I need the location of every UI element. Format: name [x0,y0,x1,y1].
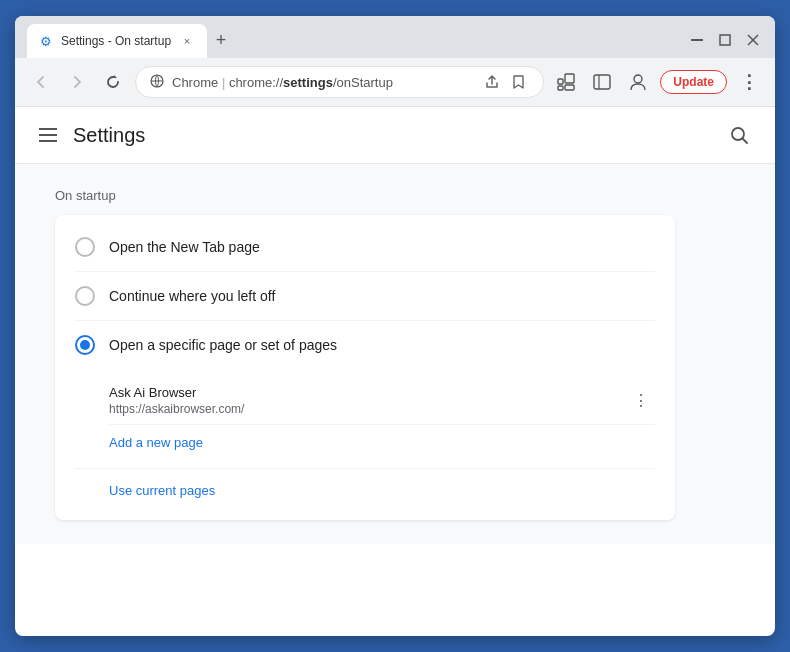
radio-new-tab[interactable] [75,237,95,257]
svg-rect-0 [691,39,703,41]
svg-rect-6 [558,79,563,84]
forward-button[interactable] [63,68,91,96]
site-icon [150,74,164,91]
bookmark-icon[interactable] [507,71,529,93]
chrome-menu-icon[interactable]: ⋮ [735,68,763,96]
settings-page: Settings On startup Open the New [15,107,775,544]
startup-page-name: Ask Ai Browser [109,385,244,400]
toolbar: Chrome | chrome://settings/onStartup [15,58,775,107]
startup-pages-section: Ask Ai Browser https://askaibrowser.com/… [55,369,675,468]
tab-title: Settings - On startup [61,34,171,48]
active-tab[interactable]: ⚙ Settings - On startup × [27,24,207,58]
option-continue-label: Continue where you left off [109,288,275,304]
settings-content: On startup Open the New Tab page [15,164,715,544]
minimize-icon[interactable] [687,30,707,50]
svg-line-14 [743,139,748,144]
browser-window: ⚙ Settings - On startup × + [15,16,775,636]
startup-page-info: Ask Ai Browser https://askaibrowser.com/ [109,385,244,416]
options-card: Open the New Tab page Continue where you… [55,215,675,520]
back-button[interactable] [27,68,55,96]
url-path: chrome://settings/onStartup [229,75,393,90]
use-current-pages-link[interactable]: Use current pages [109,473,655,508]
site-name: Chrome [172,75,218,90]
hamburger-menu-button[interactable] [35,124,61,146]
settings-header: Settings [15,107,775,164]
update-button[interactable]: Update [660,70,727,94]
startup-page-menu-button[interactable]: ⋮ [627,387,655,415]
tab-close-button[interactable]: × [179,33,195,49]
profile-icon[interactable] [624,68,652,96]
svg-point-12 [634,75,642,83]
svg-rect-10 [594,75,610,89]
share-icon[interactable] [481,71,503,93]
tab-favicon: ⚙ [39,34,53,48]
radio-continue[interactable] [75,286,95,306]
svg-rect-9 [558,86,563,90]
option-specific-pages-label: Open a specific page or set of pages [109,337,337,353]
refresh-button[interactable] [99,68,127,96]
startup-page-url: https://askaibrowser.com/ [109,402,244,416]
settings-search-button[interactable] [723,119,755,151]
startup-page-item: Ask Ai Browser https://askaibrowser.com/… [109,377,655,425]
sidebar-toggle-icon[interactable] [588,68,616,96]
title-bar: ⚙ Settings - On startup × + [15,16,775,58]
section-label: On startup [55,188,675,203]
option-new-tab[interactable]: Open the New Tab page [55,223,675,271]
radio-inner-dot [80,340,90,350]
option-continue[interactable]: Continue where you left off [55,272,675,320]
extensions-icon[interactable] [552,68,580,96]
settings-title: Settings [73,124,145,147]
option-new-tab-label: Open the New Tab page [109,239,260,255]
maximize-icon[interactable] [715,30,735,50]
address-bar-actions [481,71,529,93]
radio-specific-pages[interactable] [75,335,95,355]
svg-rect-7 [565,74,574,83]
address-bar[interactable]: Chrome | chrome://settings/onStartup [135,66,544,98]
new-tab-button[interactable]: + [207,26,235,54]
option-specific-pages[interactable]: Open a specific page or set of pages [55,321,675,369]
close-icon[interactable] [743,30,763,50]
svg-rect-8 [565,85,574,90]
add-new-page-link[interactable]: Add a new page [109,425,655,460]
address-text: Chrome | chrome://settings/onStartup [172,75,473,90]
svg-rect-1 [720,35,730,45]
